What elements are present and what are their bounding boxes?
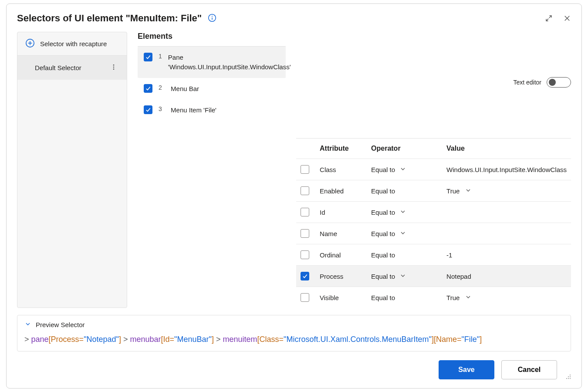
element-index: 3	[159, 105, 165, 112]
attribute-checkbox[interactable]	[301, 186, 309, 195]
value-cell[interactable]: True	[446, 187, 567, 195]
chevron-down-icon	[399, 208, 406, 216]
element-checkbox[interactable]	[144, 53, 152, 61]
operator-cell[interactable]: Equal to	[371, 187, 443, 195]
chevron-down-icon	[465, 294, 472, 302]
elements-column: Elements 1 Pane 'Windows.UI.Input.InputS…	[138, 32, 286, 308]
value-cell[interactable]: -1	[446, 251, 567, 259]
attribute-checkbox[interactable]	[301, 293, 309, 302]
operator-label: Equal to	[371, 230, 395, 237]
attribute-checkbox[interactable]	[301, 229, 309, 238]
attribute-checkbox[interactable]	[301, 208, 309, 216]
cancel-button[interactable]: Cancel	[501, 360, 557, 379]
attribute-checkbox[interactable]	[301, 250, 309, 259]
attribute-name: Enabled	[320, 187, 368, 195]
svg-point-14	[566, 378, 567, 379]
operator-cell[interactable]: Equal to	[371, 251, 443, 259]
svg-point-11	[570, 375, 571, 375]
attribute-row[interactable]: OrdinalEqual to-1	[296, 244, 571, 265]
svg-point-9	[113, 67, 115, 68]
value-label: Windows.UI.Input.InputSite.WindowClass	[446, 166, 567, 173]
chevron-down-icon	[399, 272, 406, 280]
close-icon[interactable]	[563, 14, 571, 22]
info-icon[interactable]	[208, 14, 216, 24]
attributes-rows-container: ClassEqual toWindows.UI.Input.InputSite.…	[296, 159, 571, 308]
attribute-checkbox[interactable]	[301, 272, 309, 280]
value-cell[interactable]: Notepad	[446, 273, 567, 280]
element-checkbox[interactable]	[144, 84, 152, 93]
element-index: 2	[159, 84, 165, 91]
expand-icon[interactable]	[545, 14, 553, 22]
operator-cell[interactable]: Equal to	[371, 166, 443, 174]
preview-selector-code: > pane[Process="Notepad"] > menubar[Id="…	[24, 333, 564, 346]
value-label: Notepad	[446, 273, 471, 280]
element-row[interactable]: 3 Menu Item 'File'	[138, 99, 286, 121]
element-label: Menu Item 'File'	[171, 105, 216, 115]
sidebar-item-label: Default Selector	[35, 64, 81, 71]
chevron-down-icon	[465, 187, 472, 195]
attribute-row[interactable]: ProcessEqual toNotepad	[296, 265, 571, 287]
value-cell[interactable]: True	[446, 294, 567, 302]
operator-cell[interactable]: Equal to	[371, 208, 443, 216]
value-column-header: Value	[446, 145, 567, 152]
dialog-body: Selector with recapture Default Selector…	[17, 32, 571, 308]
attribute-name: Ordinal	[320, 251, 368, 259]
operator-label: Equal to	[371, 209, 395, 216]
value-label: True	[446, 294, 460, 301]
dialog-header: Selectors of UI element "MenuItem: File"	[17, 13, 571, 24]
chevron-down-icon	[24, 321, 31, 329]
dialog-footer: Save Cancel	[17, 360, 571, 379]
attributes-header-row: Attribute Operator Value	[296, 139, 571, 159]
svg-point-13	[570, 376, 571, 377]
attribute-name: Visible	[320, 294, 368, 301]
chevron-down-icon	[399, 166, 406, 174]
plus-circle-icon	[25, 38, 35, 49]
attribute-name: Id	[320, 209, 368, 216]
text-editor-label: Text editor	[513, 79, 541, 86]
svg-point-15	[568, 378, 569, 379]
operator-cell[interactable]: Equal to	[371, 272, 443, 280]
element-label: Menu Bar	[171, 84, 199, 94]
add-selector-with-recapture[interactable]: Selector with recapture	[17, 32, 127, 56]
attribute-checkbox[interactable]	[301, 165, 309, 174]
preview-header-label: Preview Selector	[36, 321, 85, 328]
attribute-row[interactable]: ClassEqual toWindows.UI.Input.InputSite.…	[296, 159, 571, 180]
element-checkbox[interactable]	[144, 105, 152, 114]
svg-point-12	[568, 376, 569, 377]
save-button[interactable]: Save	[439, 360, 494, 379]
dialog-title: Selectors of UI element "MenuItem: File"	[17, 13, 202, 24]
preview-selector-panel: Preview Selector > pane[Process="Notepad…	[17, 315, 571, 351]
value-cell[interactable]: Windows.UI.Input.InputSite.WindowClass	[446, 166, 567, 173]
attribute-row[interactable]: VisibleEqual toTrue	[296, 287, 571, 308]
operator-column-header: Operator	[371, 145, 443, 152]
operator-label: Equal to	[371, 187, 395, 195]
text-editor-toggle-row: Text editor	[296, 32, 571, 139]
value-label: -1	[446, 251, 452, 259]
element-row[interactable]: 2 Menu Bar	[138, 78, 286, 100]
preview-selector-toggle[interactable]: Preview Selector	[24, 321, 564, 329]
attributes-column: Text editor Attribute Operator Value Cla…	[296, 32, 571, 308]
operator-label: Equal to	[371, 166, 395, 173]
attribute-row[interactable]: EnabledEqual toTrue	[296, 180, 571, 201]
operator-cell[interactable]: Equal to	[371, 294, 443, 301]
element-row[interactable]: 1 Pane 'Windows.UI.Input.InputSite.Windo…	[138, 47, 286, 78]
element-index: 1	[159, 53, 162, 60]
text-editor-toggle[interactable]	[547, 77, 571, 88]
element-label: Pane 'Windows.UI.Input.InputSite.WindowC…	[168, 53, 291, 72]
operator-cell[interactable]: Equal to	[371, 230, 443, 238]
selectors-sidebar: Selector with recapture Default Selector	[17, 32, 127, 308]
resize-handle-icon[interactable]	[564, 372, 571, 379]
attribute-name: Class	[320, 166, 368, 173]
add-selector-label: Selector with recapture	[40, 40, 107, 47]
operator-label: Equal to	[371, 251, 395, 259]
chevron-down-icon	[399, 230, 406, 238]
attribute-name: Name	[320, 230, 368, 237]
attribute-name: Process	[320, 273, 368, 280]
operator-label: Equal to	[371, 294, 395, 301]
attribute-row[interactable]: NameEqual to	[296, 223, 571, 244]
sidebar-item-default-selector[interactable]: Default Selector	[17, 56, 127, 80]
more-vertical-icon[interactable]	[107, 61, 121, 74]
svg-point-10	[113, 68, 115, 70]
attribute-row[interactable]: IdEqual to	[296, 201, 571, 223]
selector-builder-dialog: Selectors of UI element "MenuItem: File"	[6, 3, 582, 389]
